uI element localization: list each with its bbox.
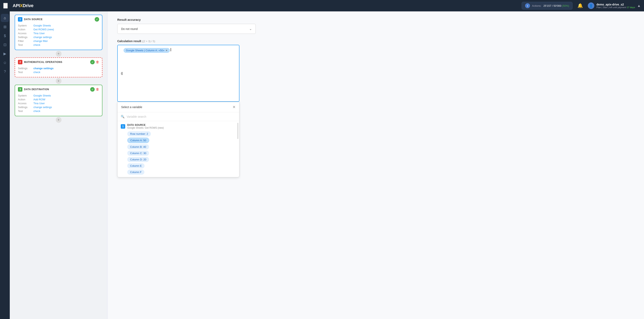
variable-chip[interactable]: Google Sheets | Column A: «50» ✕ (124, 48, 170, 53)
source-info: DATA SOURCE Google Sheets: Get ROWS (new… (127, 124, 164, 129)
calc-input-area[interactable]: (( Google Sheets | Column A: «50» ✕ (117, 45, 240, 102)
variable-search-bar: 🔍 (118, 112, 239, 121)
system-value[interactable]: Google Sheets (34, 24, 51, 27)
settings-label-3: Settings (18, 106, 32, 109)
card-body-3: System Google Sheets Action Add ROW Acce… (15, 93, 102, 116)
list-item[interactable]: Column F (127, 170, 144, 175)
action-value-3[interactable]: Add ROW (34, 98, 46, 101)
variable-list: 1 DATA SOURCE Google Sheets: Get ROWS (n… (118, 121, 239, 177)
add-step-3[interactable]: + (56, 117, 62, 123)
sidebar-icon-dollar[interactable]: $ (1, 32, 9, 40)
accuracy-title: Result accuracy (117, 18, 634, 22)
add-step-1[interactable]: + (56, 51, 62, 56)
variable-items: Row number: 2Column A: 50Column B: 40Col… (127, 131, 236, 175)
connector-2: + (15, 77, 102, 85)
settings-value-2[interactable]: change settings (34, 67, 54, 70)
test-value-1[interactable]: check (34, 43, 40, 46)
card-data-dest: 3 DATA DESTINATION ✓ 🗑 System Google She… (15, 85, 102, 116)
chip-close-icon[interactable]: ✕ (166, 49, 168, 52)
test-label-3: Test (18, 110, 32, 112)
top-navigation: ☰ APIXDrive i Actions: 25'157 / 50'000 (… (0, 0, 644, 12)
sidebar-icon-play[interactable]: ▶ (1, 50, 9, 58)
expand-button[interactable]: ▲ (637, 4, 641, 8)
list-item[interactable]: Row number: 2 (127, 131, 151, 136)
sidebar-icon-grid[interactable]: ⊞ (1, 23, 9, 31)
settings-label-2: Settings (18, 67, 32, 70)
user-info: demo_apix-drive_s2 Plan | Start | left u… (596, 3, 635, 8)
hamburger-menu[interactable]: ☰ (3, 3, 8, 8)
text-cursor (170, 48, 171, 51)
card-body-1: System Google Sheets Action Get ROWS (ne… (15, 23, 102, 50)
card-body-2: Settings change settings Test check (15, 66, 102, 77)
logo-text: APIXDrive (12, 3, 34, 8)
variable-search-input[interactable] (127, 115, 236, 118)
user-name: demo_apix-drive_s2 (596, 3, 635, 6)
avatar: 👤 (588, 2, 594, 9)
calc-formula: ((2 + 3) / 5) (142, 40, 155, 43)
source-title: DATA SOURCE (127, 124, 164, 126)
data-source-header: 1 DATA SOURCE Google Sheets: Get ROWS (n… (121, 124, 236, 129)
source-sub: Google Sheets: Get ROWS (new) (127, 126, 164, 129)
accuracy-dropdown[interactable]: Do not round ⌄ (117, 24, 256, 34)
settings-label-1: Settings (18, 36, 32, 39)
card-num-1: 1 (18, 17, 22, 22)
chip-label: Google Sheets | Column A: «50» (126, 49, 164, 52)
sidebar-icon-help[interactable]: ? (1, 68, 9, 76)
action-label: Action (18, 28, 32, 31)
system-label-3: System (18, 94, 32, 97)
list-item[interactable]: Column A: 50 (127, 138, 149, 143)
connector-3: + (15, 116, 102, 124)
app-logo: APIXDrive (12, 3, 34, 8)
access-label-3: Access (18, 102, 32, 105)
actions-count: 25'157 / 50'000 (50%) (544, 4, 569, 7)
settings-value-1[interactable]: change settings (34, 36, 52, 39)
list-item[interactable]: Column E (127, 163, 144, 168)
card-title-1: DATA SOURCE (24, 18, 95, 21)
system-value-3[interactable]: Google Sheets (34, 94, 51, 97)
variable-panel: Select a variable ✕ 🔍 1 DATA SOURCE Goog… (117, 102, 240, 177)
calc-prefix: (( (121, 72, 123, 75)
list-item[interactable]: Column B: 40 (127, 144, 149, 150)
sidebar-icon-home[interactable]: ⌂ (1, 14, 9, 22)
filter-value[interactable]: change filter (34, 40, 48, 42)
test-value-2[interactable]: check (34, 71, 40, 74)
calc-title: Calculation result ((2 + 3) / 5) (117, 40, 634, 43)
card-num-3: 3 (18, 87, 22, 92)
search-icon: 🔍 (121, 115, 124, 118)
access-value-3[interactable]: Tina User (34, 102, 45, 105)
settings-value-3[interactable]: change settings (34, 106, 52, 109)
chevron-down-icon: ⌄ (249, 27, 252, 31)
test-label-1: Test (18, 43, 32, 46)
test-label-2: Test (18, 71, 32, 74)
accuracy-value: Do not round (121, 27, 138, 30)
info-icon: i (525, 3, 530, 8)
card-delete-2[interactable]: 🗑 (96, 60, 99, 64)
sidebar-icon-user[interactable]: ☺ (1, 59, 9, 67)
list-item[interactable]: Column D: 20 (127, 157, 149, 162)
actions-label: Actions: (532, 4, 542, 7)
card-check-3: ✓ (90, 87, 95, 92)
action-value[interactable]: Get ROWS (new) (34, 28, 54, 31)
filter-label: Filter (18, 40, 32, 42)
card-check-1: ✓ (95, 17, 99, 22)
source-num: 1 (121, 124, 125, 129)
card-math-ops: 2 MATHEMATICAL OPERATIONS ✓ 🗑 Settings c… (15, 58, 102, 77)
bell-button[interactable]: 🔔 (576, 2, 584, 9)
user-section: 👤 demo_apix-drive_s2 Plan | Start | left… (588, 2, 641, 9)
access-value[interactable]: Tina User (34, 32, 45, 35)
variable-panel-close[interactable]: ✕ (232, 105, 236, 109)
system-label: System (18, 24, 32, 27)
actions-badge: i Actions: 25'157 / 50'000 (50%) (522, 2, 573, 10)
access-label: Access (18, 32, 32, 35)
card-delete-3[interactable]: 🗑 (96, 88, 99, 91)
card-title-2: MATHEMATICAL OPERATIONS (24, 61, 90, 64)
pipeline-panel: 1 DATA SOURCE ✓ System Google Sheets Act… (10, 12, 108, 319)
scrollbar[interactable] (237, 123, 238, 139)
user-plan: Plan | Start | left until payment 17 day… (596, 6, 635, 8)
card-num-2: 2 (18, 60, 22, 64)
list-item[interactable]: Column C: 30 (127, 151, 149, 156)
test-value-3[interactable]: check (34, 110, 40, 112)
variable-panel-header: Select a variable ✕ (118, 102, 239, 112)
add-step-2[interactable]: + (56, 78, 62, 84)
sidebar-icon-box[interactable]: ⊡ (1, 41, 9, 49)
